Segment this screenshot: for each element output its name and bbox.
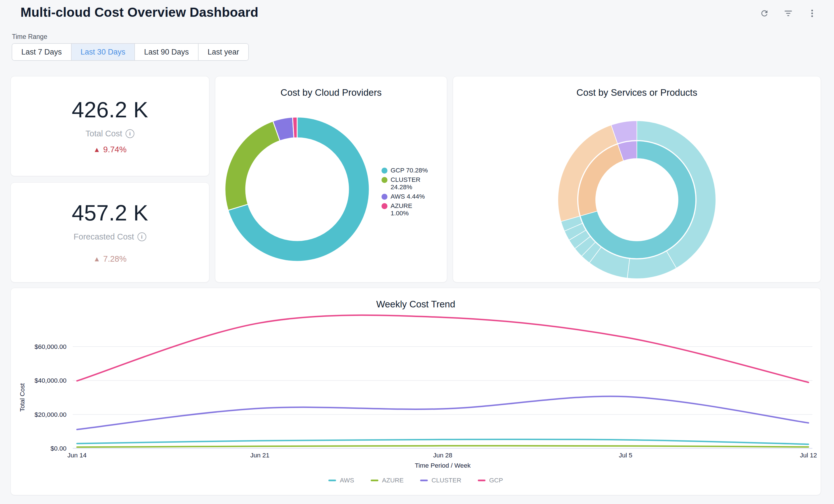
legend-label: GCP 70.28%: [391, 167, 428, 174]
weekly-cost-trend-chart: $0.00$20,000.00$40,000.00$60,000.00Jun 1…: [11, 288, 821, 495]
x-tick-label: Jun 28: [433, 452, 453, 459]
up-triangle-icon: ▲: [93, 256, 101, 263]
legend-line-swatch: [328, 480, 336, 481]
total-cost-label: Total Cost i: [86, 129, 134, 138]
x-tick-label: Jun 21: [250, 452, 269, 459]
weekly-cost-trend-card: Weekly Cost Trend $0.00$20,000.00$40,000…: [10, 288, 821, 495]
time-range-button-group: Last 7 Days Last 30 Days Last 90 Days La…: [12, 43, 249, 61]
trend-legend-item-cluster[interactable]: CLUSTER: [420, 477, 461, 484]
kpi-delta-text: 7.28%: [103, 255, 126, 263]
legend-label: AWS: [340, 477, 354, 484]
total-cost-delta: ▲ 9.74%: [93, 146, 127, 154]
trend-legend-item-aws[interactable]: AWS: [328, 477, 354, 484]
y-axis-title: Total Cost: [19, 383, 26, 412]
legend-label: AZURE: [382, 477, 404, 484]
legend-line-swatch: [371, 480, 378, 481]
legend-label: GCP: [489, 477, 503, 484]
x-axis-title: Time Period / Week: [415, 462, 471, 469]
forecasted-cost-value: 457.2 K: [72, 202, 148, 224]
forecasted-cost-delta: ▲ 7.28%: [93, 255, 127, 263]
filter-button[interactable]: [783, 8, 794, 19]
total-cost-value: 426.2 K: [72, 98, 148, 121]
legend-label: CLUSTER 24.28%: [391, 176, 430, 191]
up-triangle-icon: ▲: [93, 146, 101, 153]
providers-legend: GCP 70.28%CLUSTER 24.28%AWS 4.44%AZURE 1…: [381, 167, 430, 217]
forecasted-cost-label: Forecasted Cost i: [73, 233, 146, 241]
time-range-last-7-days[interactable]: Last 7 Days: [12, 44, 71, 60]
y-tick-label: $0.00: [50, 445, 66, 452]
time-range-last-year[interactable]: Last year: [198, 44, 248, 60]
series-line-azure[interactable]: [77, 446, 808, 447]
legend-item-gcp[interactable]: GCP 70.28%: [381, 167, 430, 174]
filter-icon: [784, 9, 793, 18]
legend-item-aws[interactable]: AWS 4.44%: [381, 193, 430, 200]
services-sunburst-chart: [557, 120, 717, 279]
legend-item-cluster[interactable]: CLUSTER 24.28%: [381, 176, 430, 191]
kpi-label-text: Forecasted Cost: [73, 233, 134, 241]
refresh-icon: [760, 9, 769, 18]
x-tick-label: Jul 12: [800, 452, 817, 459]
info-icon[interactable]: i: [137, 233, 146, 241]
legend-dot: [381, 177, 388, 183]
y-tick-label: $40,000.00: [35, 377, 66, 384]
legend-dot: [381, 168, 388, 174]
legend-label: CLUSTER: [432, 477, 461, 484]
providers-donut-chart: [225, 117, 370, 262]
time-range-last-90-days[interactable]: Last 90 Days: [134, 44, 198, 60]
cost-by-cloud-providers-card: Cost by Cloud Providers GCP 70.28%CLUSTE…: [215, 76, 447, 282]
series-line-gcp[interactable]: [77, 315, 808, 382]
page-title: Multi-cloud Cost Overview Dashboard: [20, 4, 259, 20]
total-cost-kpi-card: 426.2 K Total Cost i ▲ 9.74%: [10, 76, 210, 176]
trend-legend-item-azure[interactable]: AZURE: [371, 477, 404, 484]
legend-label: AWS 4.44%: [391, 193, 425, 200]
legend-item-azure[interactable]: AZURE 1.00%: [381, 202, 430, 217]
x-tick-label: Jun 14: [67, 452, 87, 459]
providers-chart-title: Cost by Cloud Providers: [215, 87, 447, 98]
kpi-delta-text: 9.74%: [103, 146, 126, 154]
x-tick-label: Jul 5: [619, 452, 632, 459]
info-icon[interactable]: i: [126, 129, 134, 138]
y-tick-label: $60,000.00: [35, 343, 66, 350]
refresh-button[interactable]: [759, 8, 770, 19]
more-options-button[interactable]: [807, 8, 817, 19]
legend-line-swatch: [478, 480, 485, 481]
donut-slice-cluster[interactable]: [225, 121, 280, 211]
cost-by-services-card: Cost by Services or Products: [453, 76, 821, 282]
legend-line-swatch: [420, 480, 428, 481]
legend-dot: [381, 203, 388, 209]
time-range-last-30-days[interactable]: Last 30 Days: [71, 44, 135, 60]
series-line-aws[interactable]: [77, 439, 808, 444]
trend-legend-item-gcp[interactable]: GCP: [478, 477, 503, 484]
series-line-cluster[interactable]: [77, 396, 808, 430]
kebab-menu-icon: [808, 9, 817, 18]
legend-dot: [381, 194, 388, 200]
dashboard-page: Multi-cloud Cost Overview Dashboard Time…: [0, 0, 834, 504]
forecasted-cost-kpi-card: 457.2 K Forecasted Cost i ▲ 7.28%: [10, 182, 210, 282]
trend-legend: AWSAZURECLUSTERGCP: [11, 477, 821, 484]
time-range-label: Time Range: [12, 33, 47, 41]
header-actions: [759, 8, 817, 19]
legend-label: AZURE 1.00%: [391, 202, 430, 217]
y-tick-label: $20,000.00: [35, 411, 66, 418]
kpi-label-text: Total Cost: [86, 130, 122, 138]
services-chart-title: Cost by Services or Products: [453, 87, 821, 98]
donut-slice-azure[interactable]: [292, 117, 297, 138]
